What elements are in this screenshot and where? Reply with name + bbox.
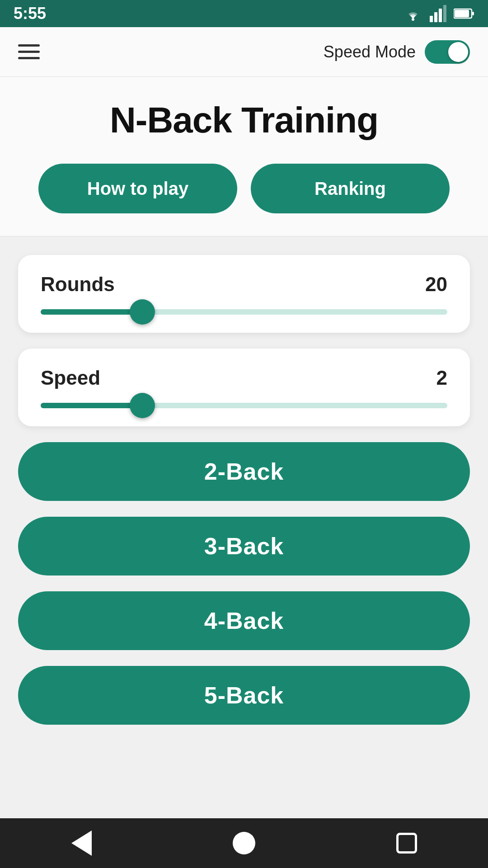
- rounds-value: 20: [425, 273, 447, 296]
- nav-bar: [0, 818, 488, 868]
- 3-back-button[interactable]: 3-Back: [18, 517, 470, 576]
- 5-back-button[interactable]: 5-Back: [18, 666, 470, 725]
- svg-rect-4: [443, 5, 446, 22]
- header-section: N-Back Training How to play Ranking: [0, 77, 488, 237]
- toggle-thumb: [448, 42, 468, 62]
- speed-mode-toggle[interactable]: [425, 40, 470, 64]
- svg-rect-2: [434, 12, 437, 22]
- hamburger-line-1: [18, 44, 40, 47]
- hamburger-line-2: [18, 51, 40, 53]
- speed-mode-label: Speed Mode: [324, 42, 416, 61]
- signal-icon: [430, 5, 447, 22]
- speed-slider-fill: [41, 403, 142, 408]
- 2-back-button[interactable]: 2-Back: [18, 442, 470, 501]
- main-content: Rounds 20 Speed 2 2-Back 3-Back 4-Back 5…: [0, 237, 488, 818]
- 4-back-button[interactable]: 4-Back: [18, 591, 470, 650]
- rounds-slider-card: Rounds 20: [18, 255, 470, 333]
- speed-slider-header: Speed 2: [41, 367, 447, 389]
- speed-slider-track[interactable]: [41, 403, 447, 408]
- nav-recent-button[interactable]: [389, 825, 425, 861]
- speed-mode-container: Speed Mode: [324, 40, 470, 64]
- wifi-icon: [403, 6, 423, 21]
- svg-rect-7: [472, 12, 474, 15]
- back-icon: [71, 830, 92, 856]
- home-icon: [233, 832, 255, 854]
- hamburger-menu-button[interactable]: [18, 44, 40, 59]
- rounds-slider-track[interactable]: [41, 309, 447, 315]
- nav-back-button[interactable]: [63, 825, 99, 861]
- recent-icon: [396, 833, 417, 854]
- hamburger-line-3: [18, 57, 40, 59]
- svg-point-0: [412, 18, 414, 21]
- top-bar: Speed Mode: [0, 27, 488, 77]
- rounds-slider-thumb[interactable]: [130, 299, 155, 325]
- rounds-slider-fill: [41, 309, 142, 315]
- status-icons: [403, 5, 474, 22]
- app-title: N-Back Training: [18, 99, 470, 141]
- speed-slider-thumb[interactable]: [130, 393, 155, 418]
- ranking-button[interactable]: Ranking: [251, 164, 450, 213]
- battery-icon: [454, 8, 474, 19]
- header-buttons: How to play Ranking: [18, 164, 470, 213]
- rounds-label: Rounds: [41, 273, 115, 296]
- how-to-play-button[interactable]: How to play: [38, 164, 237, 213]
- rounds-slider-header: Rounds 20: [41, 273, 447, 296]
- svg-rect-6: [455, 10, 469, 17]
- svg-rect-3: [439, 9, 442, 22]
- speed-slider-card: Speed 2: [18, 349, 470, 426]
- speed-label: Speed: [41, 367, 100, 389]
- nav-home-button[interactable]: [226, 825, 262, 861]
- status-time: 5:55: [14, 4, 46, 23]
- status-bar: 5:55: [0, 0, 488, 27]
- speed-value: 2: [436, 367, 447, 389]
- svg-rect-1: [430, 16, 433, 22]
